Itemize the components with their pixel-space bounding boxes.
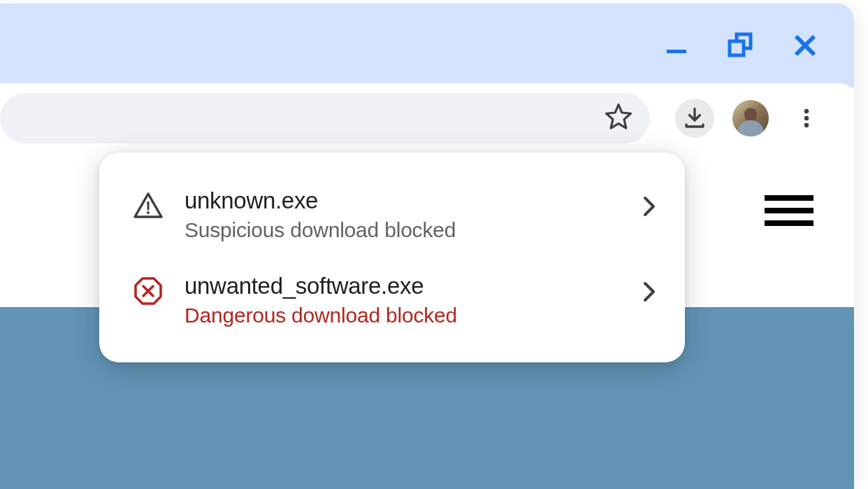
restore-icon xyxy=(727,31,755,59)
download-item[interactable]: unknown.exe Suspicious download blocked xyxy=(99,172,685,257)
svg-rect-0 xyxy=(667,50,686,53)
svg-point-7 xyxy=(804,123,809,128)
download-status: Suspicious download blocked xyxy=(185,218,621,242)
svg-point-5 xyxy=(804,109,809,114)
chevron-right-icon xyxy=(642,194,657,218)
tab-strip xyxy=(0,3,854,87)
download-expand-button[interactable] xyxy=(642,194,657,221)
hamburger-icon xyxy=(765,195,813,201)
download-expand-button[interactable] xyxy=(642,280,657,306)
page-menu-button[interactable] xyxy=(765,195,813,226)
svg-point-9 xyxy=(147,211,150,214)
minimize-button[interactable] xyxy=(661,30,692,61)
chevron-right-icon xyxy=(642,280,657,304)
download-icon xyxy=(682,106,707,131)
address-bar[interactable] xyxy=(0,93,650,143)
bookmark-button[interactable] xyxy=(604,102,633,134)
minimize-icon xyxy=(664,33,689,58)
profile-avatar[interactable] xyxy=(732,100,769,136)
svg-point-6 xyxy=(804,116,809,121)
downloads-popup: unknown.exe Suspicious download blocked … xyxy=(99,153,685,362)
download-item[interactable]: unwanted_software.exe Dangerous download… xyxy=(99,257,685,343)
svg-rect-2 xyxy=(730,41,744,55)
warning-triangle-icon xyxy=(133,190,164,221)
download-filename: unknown.exe xyxy=(185,187,621,214)
close-icon xyxy=(792,32,818,59)
danger-octagon-icon xyxy=(133,276,164,306)
downloads-button[interactable] xyxy=(675,99,714,138)
close-button[interactable] xyxy=(790,30,820,61)
download-filename: unwanted_software.exe xyxy=(185,273,621,299)
toolbar xyxy=(0,83,854,153)
star-icon xyxy=(604,102,633,132)
download-status: Dangerous download blocked xyxy=(185,304,621,327)
menu-button[interactable] xyxy=(787,99,826,138)
restore-button[interactable] xyxy=(725,30,756,61)
more-vert-icon xyxy=(795,106,818,130)
